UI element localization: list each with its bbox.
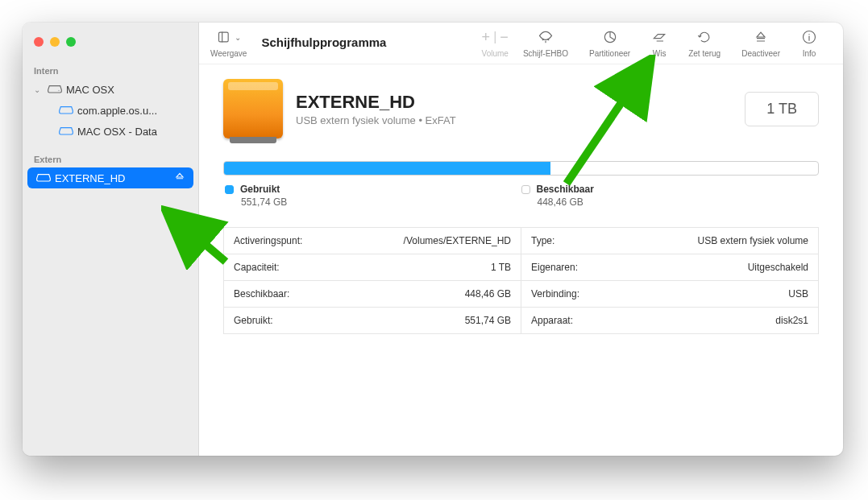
volume-icon <box>35 169 50 188</box>
sidebar-item-label: EXTERNE_HD <box>55 172 174 184</box>
details-table: Activeringspunt:/Volumes/EXTERNE_HD Capa… <box>223 227 819 334</box>
svg-point-0 <box>58 89 59 90</box>
volume-icon <box>58 122 73 141</box>
close-window-button[interactable] <box>34 37 44 47</box>
detail-row-available: Beschikbaar:448,46 GB <box>224 281 521 308</box>
view-button[interactable]: ⌄ Weergave <box>210 26 247 58</box>
sidebar: Intern ⌄ MAC OSX com.apple.os.u... MAC O… <box>23 23 199 456</box>
sidebar-item-externe-hd[interactable]: EXTERNE_HD <box>27 167 193 188</box>
sidebar-item-label: MAC OSX <box>66 84 190 96</box>
legend-free-value: 448,46 GB <box>521 196 818 208</box>
capacity-badge: 1 TB <box>745 92 819 126</box>
legend-swatch-free <box>521 185 530 194</box>
toolbar-label: Partitioneer <box>589 49 630 58</box>
unmount-button[interactable]: Deactiveer <box>735 26 787 58</box>
details-left-column: Activeringspunt:/Volumes/EXTERNE_HD Capa… <box>224 228 521 333</box>
volume-title-block: EXTERNE_HD USB extern fysiek volume • Ex… <box>296 92 456 126</box>
volume-icon <box>58 101 73 120</box>
erase-button[interactable]: Wis <box>645 26 674 58</box>
toolbar-label: Schijf-EHBO <box>523 49 568 58</box>
toolbar-label: Deactiveer <box>741 49 780 58</box>
detail-row-type: Type:USB extern fysiek volume <box>521 228 818 254</box>
detail-row-used: Gebruikt:551,74 GB <box>224 308 521 333</box>
toolbar-label: Info <box>803 49 816 58</box>
legend-free-label: Beschikbaar <box>537 184 594 195</box>
toolbar-label: Wis <box>653 49 667 58</box>
detail-row-connection: Verbinding:USB <box>521 281 818 308</box>
svg-rect-1 <box>218 32 228 42</box>
details-right-column: Type:USB extern fysiek volume Eigenaren:… <box>521 228 818 333</box>
legend-free: Beschikbaar 448,46 GB <box>521 184 818 208</box>
window-controls <box>23 31 198 61</box>
usage-used-segment <box>224 162 550 175</box>
toolbar-label: Zet terug <box>688 49 721 58</box>
legend-swatch-used <box>225 185 234 194</box>
details-section: Activeringspunt:/Volumes/EXTERNE_HD Capa… <box>199 213 843 350</box>
sidebar-item-label: com.apple.os.u... <box>77 105 190 117</box>
toolbar-label: Volume <box>482 49 509 58</box>
info-button[interactable]: Info <box>795 26 824 58</box>
legend-used-value: 551,74 GB <box>225 196 521 208</box>
main-content: ⌄ Weergave Schijfhulpprogramma +|− Volum… <box>199 23 843 456</box>
volume-subtitle: USB extern fysiek volume • ExFAT <box>296 114 456 126</box>
chevron-down-icon: ⌄ <box>34 85 44 94</box>
minimize-window-button[interactable] <box>50 37 60 47</box>
usage-bar <box>223 161 819 176</box>
partition-button[interactable]: Partitioneer <box>583 26 637 58</box>
detail-row-mountpoint: Activeringspunt:/Volumes/EXTERNE_HD <box>224 228 521 254</box>
eject-icon[interactable] <box>174 171 185 185</box>
volume-name: EXTERNE_HD <box>296 92 456 113</box>
legend-used: Gebruikt 551,74 GB <box>225 184 521 208</box>
sidebar-item-mac-osx-data[interactable]: MAC OSX - Data <box>23 121 198 142</box>
first-aid-button[interactable]: Schijf-EHBO <box>517 26 575 58</box>
restore-button[interactable]: Zet terug <box>682 26 727 58</box>
detail-row-device: Apparaat:disk2s1 <box>521 308 818 333</box>
app-title: Schijfhulpprogramma <box>261 35 386 49</box>
toolbar: ⌄ Weergave Schijfhulpprogramma +|− Volum… <box>199 23 843 64</box>
detail-row-owners: Eigenaren:Uitgeschakeld <box>521 254 818 281</box>
sidebar-internal-heading: Intern <box>23 61 198 79</box>
external-drive-icon <box>223 79 283 138</box>
app-window: Intern ⌄ MAC OSX com.apple.os.u... MAC O… <box>23 23 843 456</box>
sidebar-item-com-apple-os[interactable]: com.apple.os.u... <box>23 100 198 121</box>
svg-point-5 <box>808 34 809 35</box>
zoom-window-button[interactable] <box>66 37 76 47</box>
toolbar-label: Weergave <box>210 49 247 58</box>
usage-section: Gebruikt 551,74 GB Beschikbaar 448,46 GB <box>199 147 843 213</box>
sidebar-item-mac-osx[interactable]: ⌄ MAC OSX <box>23 79 198 100</box>
volume-button: +|− Volume <box>482 26 509 58</box>
sidebar-external-heading: Extern <box>23 150 198 167</box>
sidebar-item-label: MAC OSX - Data <box>77 126 190 138</box>
detail-row-capacity: Capaciteit:1 TB <box>224 254 521 281</box>
disk-icon <box>47 81 61 99</box>
volume-header: EXTERNE_HD USB extern fysiek volume • Ex… <box>199 64 843 147</box>
legend-used-label: Gebruikt <box>240 184 280 195</box>
